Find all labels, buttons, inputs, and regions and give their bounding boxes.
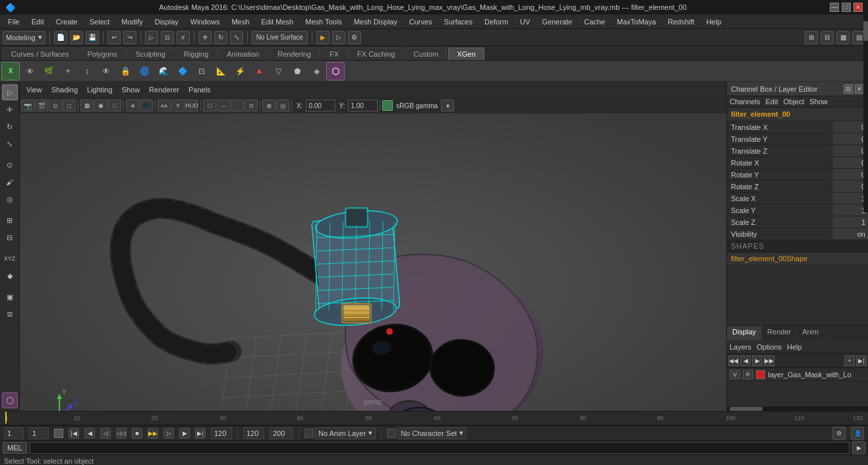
vp-coord-y[interactable] — [348, 100, 378, 111]
menu-maxtomaya[interactable]: MaxToMaya — [612, 16, 661, 27]
char-set-check[interactable] — [387, 429, 396, 438]
mel-input[interactable] — [30, 442, 850, 454]
vp-menu-view[interactable]: View — [24, 84, 45, 95]
viewport-canvas[interactable]: Y X Z persp — [20, 98, 726, 411]
redo-btn[interactable]: ↪ — [123, 31, 136, 44]
anim-layer-check[interactable] — [304, 429, 314, 438]
menu-mesh-display[interactable]: Mesh Display — [349, 16, 403, 27]
playback-slider-thumb[interactable] — [54, 429, 63, 438]
scale-btn[interactable]: ⤡ — [230, 31, 243, 44]
menu-curves[interactable]: Curves — [404, 16, 438, 27]
select-btn[interactable]: ▷ — [145, 31, 158, 44]
tab-sculpting[interactable]: Sculpting — [127, 47, 174, 60]
layer-menu-help[interactable]: Help — [787, 343, 802, 351]
tool-4-btn[interactable]: ↕ — [78, 62, 96, 80]
layer-color-swatch[interactable] — [756, 370, 765, 379]
panel-close-btn[interactable]: ✕ — [855, 84, 864, 94]
xgen-bottom-btn[interactable]: ⬡ — [2, 392, 18, 408]
prev-key-btn[interactable]: ◁ — [100, 428, 111, 439]
soft-select-btn[interactable]: ◎ — [2, 191, 18, 207]
vp-cam-btn[interactable]: 📷 — [21, 100, 34, 111]
vp-menu-renderer[interactable]: Renderer — [146, 84, 182, 95]
snap-grid-btn[interactable]: # — [177, 31, 190, 44]
vp-film-btn[interactable]: 🎬 — [35, 100, 48, 111]
vp-menu-shading[interactable]: Shading — [49, 84, 80, 95]
tool-16-btn[interactable]: ◈ — [307, 62, 326, 80]
vp-aa-btn[interactable]: AA — [158, 100, 171, 111]
tool-15-btn[interactable]: ⬟ — [288, 62, 306, 80]
tab-custom[interactable]: Custom — [405, 47, 448, 60]
vp-light-btn[interactable]: ☀ — [126, 100, 139, 111]
render-btn[interactable]: ▶ — [316, 31, 330, 44]
tab-animation[interactable]: Animation — [218, 47, 268, 60]
menu-create[interactable]: Create — [51, 16, 83, 27]
vp-show-grid-btn[interactable]: # — [171, 100, 185, 111]
tool-10-btn[interactable]: ⊡ — [192, 62, 211, 80]
move-btn[interactable]: ✛ — [198, 31, 212, 44]
axis-display-btn[interactable]: XYZ — [2, 251, 18, 266]
vp-smooth-btn[interactable]: ◉ — [94, 100, 107, 111]
cb-menu-object[interactable]: Object — [783, 98, 804, 106]
go-start-btn[interactable]: |◀ — [69, 428, 79, 439]
tab-curves-surfaces[interactable]: Curves / Surfaces — [3, 47, 77, 60]
tool-8-btn[interactable]: 🌊 — [154, 62, 173, 80]
play-fwd-btn[interactable]: ▶▶ — [148, 428, 158, 439]
tool-3-btn[interactable]: + — [59, 62, 77, 80]
paint-select-btn[interactable]: 🖌 — [2, 174, 18, 190]
menu-uv[interactable]: UV — [515, 16, 535, 27]
mel-execute-btn[interactable]: ▶ — [852, 441, 865, 454]
rotate-btn[interactable]: ↻ — [214, 31, 227, 44]
next-frame-btn[interactable]: ▶ — [179, 428, 190, 439]
menu-redshift[interactable]: Redshift — [662, 16, 699, 27]
mel-label[interactable]: MEL — [3, 442, 27, 454]
select-tool-btn[interactable]: ▷ — [2, 84, 18, 100]
render-settings-btn[interactable]: ⚙ — [348, 31, 361, 44]
vp-wire-btn[interactable]: ▦ — [80, 100, 94, 111]
vp-shadow-btn[interactable]: 🌑 — [140, 100, 153, 111]
left-extra-btn[interactable]: ◆ — [2, 268, 18, 284]
vp-hud-btn[interactable]: HUD — [185, 100, 198, 111]
tool-17-btn[interactable]: ⬡ — [326, 62, 345, 80]
layer-tab-anim[interactable]: Anim — [797, 326, 825, 340]
go-end-btn[interactable]: ▶| — [195, 428, 206, 439]
layer-p-btn[interactable]: P — [743, 370, 753, 379]
next-key-btn[interactable]: ▷ — [163, 428, 174, 439]
tool-6-btn[interactable]: 🔒 — [116, 62, 134, 80]
tab-xgen[interactable]: XGen — [448, 47, 484, 60]
vp-sel-mode-1-btn[interactable]: ⬡ — [203, 100, 216, 111]
menu-deform[interactable]: Deform — [479, 16, 513, 27]
play-back-btn[interactable]: ◁◁ — [116, 428, 127, 439]
menu-edit-mesh[interactable]: Edit Mesh — [256, 16, 299, 27]
cb-menu-show[interactable]: Show — [809, 98, 828, 106]
tool-13-btn[interactable]: 🔺 — [250, 62, 268, 80]
cb-menu-edit[interactable]: Edit — [765, 98, 778, 106]
viewport[interactable]: View Shading Lighting Show Renderer Pane… — [20, 82, 726, 411]
undo-btn[interactable]: ↩ — [107, 31, 121, 44]
no-char-set-dropdown[interactable]: No Character Set ▾ — [397, 427, 467, 439]
vp-focal-btn[interactable]: ⊙ — [49, 100, 62, 111]
cb-menu-channels[interactable]: Channels — [730, 98, 760, 106]
layer-tab-render[interactable]: Render — [762, 326, 797, 340]
layer-next-btn[interactable]: ▶ — [752, 356, 763, 366]
vp-color-dropdown[interactable]: ▾ — [441, 100, 454, 111]
vp-flat-btn[interactable]: □ — [108, 100, 121, 111]
layer-tab-display[interactable]: Display — [727, 326, 762, 340]
vp-transform-btn[interactable]: ⊕ — [262, 100, 275, 111]
menu-modify[interactable]: Modify — [116, 16, 148, 27]
layer-menu-options[interactable]: Options — [757, 343, 782, 351]
menu-file[interactable]: File — [3, 16, 25, 27]
menu-mesh-tools[interactable]: Mesh Tools — [300, 16, 347, 27]
grid-btn[interactable]: ⊞ — [2, 212, 18, 228]
vp-menu-panels[interactable]: Panels — [186, 84, 214, 95]
frame-start-field[interactable]: 1 — [4, 427, 24, 439]
mode-dropdown[interactable]: Modeling ▾ — [3, 31, 45, 44]
tool-11-btn[interactable]: 📐 — [212, 62, 230, 80]
menu-display[interactable]: Display — [150, 16, 184, 27]
menu-mesh[interactable]: Mesh — [226, 16, 254, 27]
layer-prev-btn[interactable]: ◀◀ — [728, 356, 739, 366]
vp-sel-mode-4-btn[interactable]: ⊡ — [245, 100, 258, 111]
tool-12-btn[interactable]: ⚡ — [231, 62, 249, 80]
menu-select[interactable]: Select — [84, 16, 115, 27]
tab-fx-caching[interactable]: FX Caching — [349, 47, 403, 60]
playback-settings-btn[interactable]: ⚙ — [832, 427, 846, 440]
